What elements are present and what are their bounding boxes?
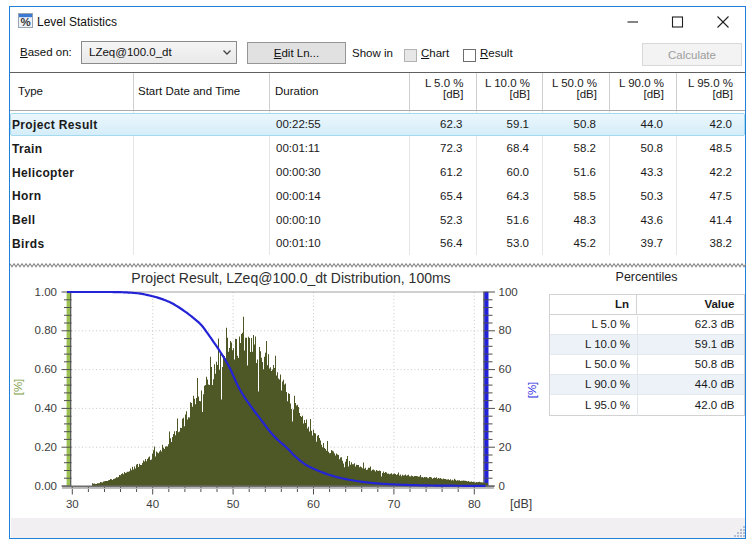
svg-text:%: % — [20, 16, 30, 28]
